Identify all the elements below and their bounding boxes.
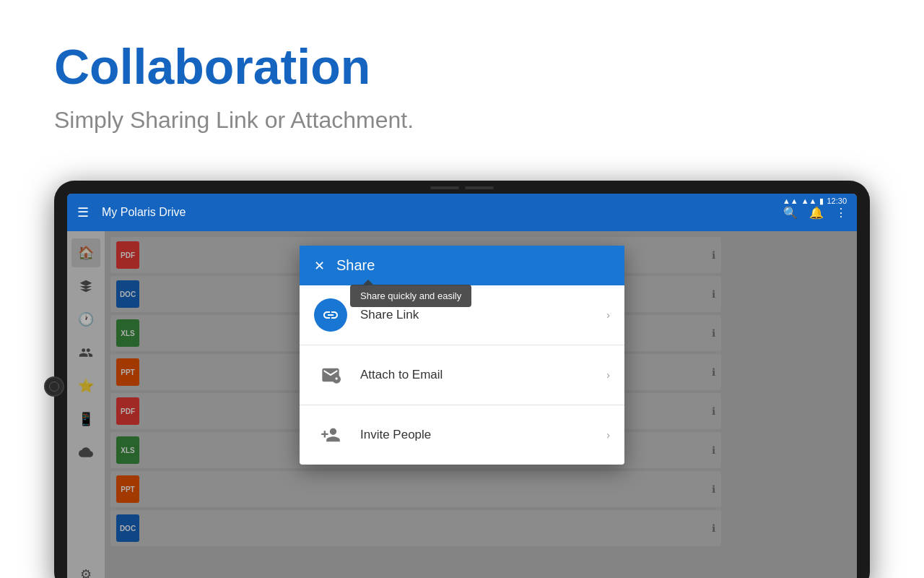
dialog-overlay: ✕ Share Share quickly and easily — [67, 231, 857, 578]
invite-people-label: Invite People — [360, 428, 606, 442]
share-link-chevron: › — [606, 309, 610, 321]
dialog-body: Share Link › — [300, 285, 624, 465]
share-link-icon — [314, 298, 347, 332]
attach-email-icon — [314, 358, 347, 392]
tablet-bump-2 — [465, 186, 494, 189]
tooltip-bubble: Share quickly and easily — [350, 285, 471, 307]
page-subtitle: Simply Sharing Link or Attachment. — [54, 107, 870, 134]
menu-icon[interactable]: ☰ — [77, 204, 89, 220]
battery-icon: ▮ — [819, 197, 824, 206]
tablet-screen: ▲▲ ▲▲ ▮ 12:30 ☰ My Polaris Drive 🔍 🔔 ⋮ 🏠 — [67, 194, 857, 578]
home-button-inner — [49, 381, 59, 392]
close-button[interactable]: ✕ — [314, 258, 325, 274]
share-link-label: Share Link — [360, 308, 606, 322]
home-button[interactable] — [44, 376, 64, 397]
signal-icon: ▲▲ — [801, 197, 817, 205]
app-bar: ▲▲ ▲▲ ▮ 12:30 ☰ My Polaris Drive 🔍 🔔 ⋮ — [67, 194, 857, 231]
time-display: 12:30 — [827, 197, 847, 205]
tablet-wrapper: ▲▲ ▲▲ ▮ 12:30 ☰ My Polaris Drive 🔍 🔔 ⋮ 🏠 — [54, 181, 870, 578]
tablet-bump-1 — [430, 186, 459, 189]
invite-people-option[interactable]: Invite People › — [300, 405, 624, 465]
attach-email-chevron: › — [606, 369, 610, 381]
share-dialog: ✕ Share Share quickly and easily — [300, 246, 624, 465]
page-title: Collaboration — [54, 40, 870, 94]
dialog-title: Share — [336, 257, 375, 274]
app-bar-title: My Polaris Drive — [102, 206, 783, 219]
invite-people-chevron: › — [606, 429, 610, 441]
wifi-icon: ▲▲ — [783, 197, 798, 205]
status-bar: ▲▲ ▲▲ ▮ 12:30 — [783, 194, 847, 208]
header-section: Collaboration Simply Sharing Link or Att… — [0, 0, 924, 155]
attach-email-option[interactable]: Attach to Email › — [300, 345, 624, 405]
tablet-device: ▲▲ ▲▲ ▮ 12:30 ☰ My Polaris Drive 🔍 🔔 ⋮ 🏠 — [54, 181, 870, 578]
invite-people-icon — [314, 418, 347, 452]
dialog-header: ✕ Share — [300, 246, 624, 285]
tablet-camera-area — [430, 186, 494, 189]
attach-email-label: Attach to Email — [360, 368, 606, 382]
